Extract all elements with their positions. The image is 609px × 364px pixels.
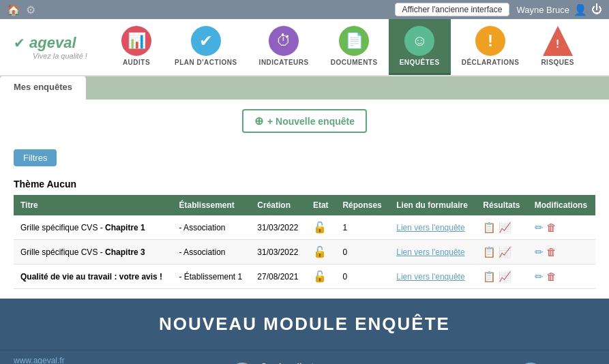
- risques-exclaim: !: [556, 38, 559, 50]
- user-area: Wayne Bruce 👤 ⏻: [516, 3, 602, 16]
- delete-icon[interactable]: 🗑: [546, 271, 556, 282]
- row1-reponses: 1: [336, 215, 389, 240]
- row2-lien[interactable]: Lien vers l'enquête: [389, 240, 476, 264]
- user-icon: 👤: [574, 3, 587, 16]
- indicateurs-label: INDICATEURS: [259, 59, 309, 66]
- indicateurs-icon: ⏱: [269, 26, 299, 56]
- lock-icon: 🔓: [313, 271, 327, 282]
- filtres-button[interactable]: Filtres: [14, 149, 57, 166]
- row3-creation: 27/08/2021: [250, 264, 306, 289]
- footer-left: www.ageval.fr in f 🐦 Propulsé par Ageval…: [14, 356, 159, 364]
- row3-modifications: ✏ 🗑: [528, 264, 595, 289]
- toggle-interface-button[interactable]: Afficher l'ancienne interface: [395, 3, 510, 16]
- row1-lien[interactable]: Lien vers l'enquête: [389, 215, 476, 240]
- row3-resultats: 📋 📈: [476, 264, 527, 289]
- col-etat: Etat: [306, 195, 336, 215]
- row2-titre: Grille spécifique CVS - Chapitre 3: [14, 240, 172, 264]
- edit-icon[interactable]: ✏: [535, 271, 544, 283]
- row2-reponses: 0: [336, 240, 389, 264]
- results-chart-icon[interactable]: 📈: [499, 246, 511, 258]
- results-form-icon[interactable]: 📋: [483, 222, 496, 234]
- username-label: Wayne Bruce: [516, 5, 569, 15]
- row2-etat: 🔓: [306, 240, 336, 264]
- gear-icon: ⚙: [26, 3, 35, 16]
- row1-creation: 31/03/2022: [250, 215, 306, 240]
- row2-creation: 31/03/2022: [250, 240, 306, 264]
- lock-icon: 🔓: [313, 222, 327, 233]
- documents-label: DOCUMENTS: [331, 59, 378, 66]
- col-modifications: Modifications: [528, 195, 595, 215]
- delete-icon[interactable]: 🗑: [546, 222, 556, 233]
- declarations-icon: !: [475, 26, 505, 56]
- row3-etablissement: - Établissement 1: [172, 264, 250, 289]
- results-chart-icon[interactable]: 📈: [499, 222, 511, 234]
- row2-resultats: 📋 📈: [476, 240, 527, 264]
- table-row: Qualité de vie au travail : votre avis !…: [14, 264, 595, 289]
- nav-bar: ✔ ageval Vivez la qualité ! 📊 AUDITS ✔ P…: [0, 19, 609, 76]
- nav-item-enquetes[interactable]: ☺ ENQUÊTES: [389, 19, 451, 75]
- nav-item-risques[interactable]: ! RISQUES: [530, 19, 585, 75]
- enquetes-icon: ☺: [404, 26, 434, 56]
- tabs-row: Mes enquêtes: [0, 76, 609, 100]
- enquetes-table: Titre Établissement Création Etat Répons…: [14, 195, 595, 289]
- footer-contact: Service clients support@ageval.fr - 02 4…: [261, 362, 379, 365]
- top-bar: 🏠 ⚙ Afficher l'ancienne interface Wayne …: [0, 0, 609, 19]
- new-enquete-button[interactable]: ⊕ + Nouvelle enquête: [242, 109, 367, 133]
- nav-item-declarations[interactable]: ! DÉCLARATIONS: [451, 19, 531, 75]
- row3-titre: Qualité de vie au travail : votre avis !: [14, 264, 172, 289]
- top-bar-left: 🏠 ⚙: [7, 3, 35, 16]
- nav-item-documents[interactable]: 📄 DOCUMENTS: [320, 19, 389, 75]
- row1-resultats: 📋 📈: [476, 215, 527, 240]
- actions-icon: ✔: [191, 26, 221, 56]
- nav-items: 📊 AUDITS ✔ PLAN D'ACTIONS ⏱ INDICATEURS …: [109, 19, 609, 75]
- table-header: Titre Établissement Création Etat Répons…: [14, 195, 595, 215]
- nav-item-actions[interactable]: ✔ PLAN D'ACTIONS: [164, 19, 248, 75]
- col-etablissement: Établissement: [172, 195, 250, 215]
- results-chart-icon[interactable]: 📈: [499, 271, 511, 283]
- tab-mes-enquetes[interactable]: Mes enquêtes: [0, 76, 86, 100]
- col-lien: Lien du formulaire: [389, 195, 476, 215]
- actions-label: PLAN D'ACTIONS: [175, 59, 237, 66]
- audits-label: AUDITS: [123, 59, 150, 66]
- nav-item-indicateurs[interactable]: ⏱ INDICATEURS: [248, 19, 320, 75]
- delete-icon[interactable]: 🗑: [546, 246, 556, 258]
- row1-titre: Grille spécifique CVS - Chapitre 1: [14, 215, 172, 240]
- edit-icon[interactable]: ✏: [535, 222, 544, 234]
- col-titre: Titre: [14, 195, 172, 215]
- content-area: ⊕ + Nouvelle enquête Filtres Thème Aucun…: [0, 100, 609, 299]
- documents-icon: 📄: [339, 26, 369, 56]
- declarations-label: DÉCLARATIONS: [462, 59, 520, 66]
- row3-etat: 🔓: [306, 264, 336, 289]
- results-form-icon[interactable]: 📋: [483, 271, 496, 283]
- table-body: Grille spécifique CVS - Chapitre 1 - Ass…: [14, 215, 595, 289]
- logo-check-icon: ✔: [14, 35, 25, 51]
- edit-icon[interactable]: ✏: [535, 246, 544, 258]
- home-icon: 🏠: [7, 3, 20, 16]
- risques-label: RISQUES: [541, 59, 574, 66]
- new-enquete-center: ⊕ + Nouvelle enquête: [14, 109, 595, 142]
- power-icon[interactable]: ⏻: [591, 3, 602, 16]
- col-creation: Création: [250, 195, 306, 215]
- footer-center: 👤 Service clients support@ageval.fr - 02…: [159, 362, 450, 365]
- nav-item-audits[interactable]: 📊 AUDITS: [109, 19, 164, 75]
- audits-icon: 📊: [121, 26, 151, 56]
- row3-reponses: 0: [336, 264, 389, 289]
- col-reponses: Réponses: [336, 195, 389, 215]
- row1-etat: 🔓: [306, 215, 336, 240]
- row3-lien[interactable]: Lien vers l'enquête: [389, 264, 476, 289]
- lock-icon: 🔓: [313, 246, 327, 258]
- logo-text: ageval: [29, 34, 76, 52]
- promo-banner: NOUVEAU MODULE ENQUÊTE: [0, 299, 609, 350]
- new-enquete-plus-icon: ⊕: [254, 115, 263, 127]
- row1-etablissement: - Association: [172, 215, 250, 240]
- table-row: Grille spécifique CVS - Chapitre 3 - Ass…: [14, 240, 595, 264]
- enquetes-label: ENQUÊTES: [400, 59, 440, 66]
- footer-website: www.ageval.fr: [14, 356, 159, 364]
- risques-icon-wrap: !: [543, 26, 573, 56]
- table-row: Grille spécifique CVS - Chapitre 1 - Ass…: [14, 215, 595, 240]
- row2-etablissement: - Association: [172, 240, 250, 264]
- col-resultats: Résultats: [476, 195, 527, 215]
- row1-modifications: ✏ 🗑: [528, 215, 595, 240]
- theme-label: Thème Aucun: [14, 179, 595, 189]
- results-form-icon[interactable]: 📋: [483, 246, 496, 258]
